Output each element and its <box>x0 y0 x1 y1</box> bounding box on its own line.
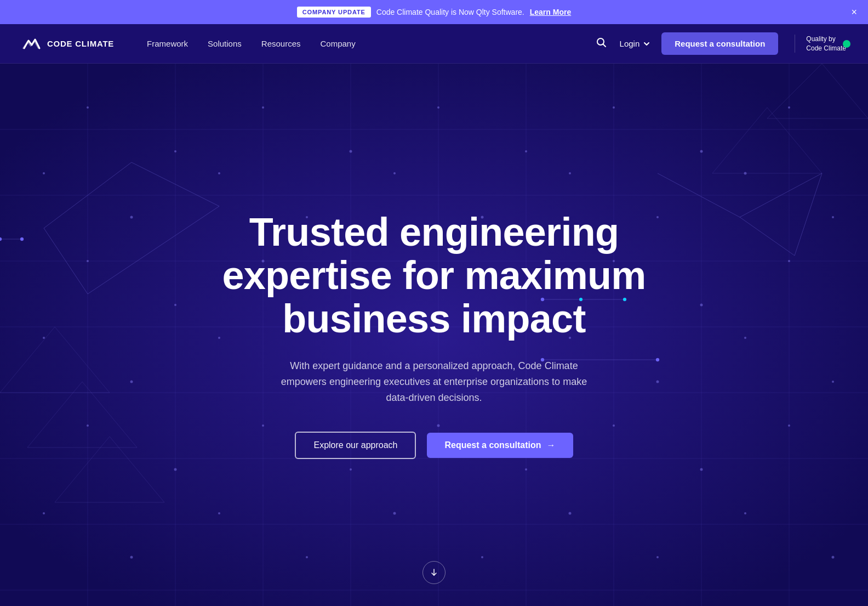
svg-point-74 <box>350 468 352 471</box>
svg-point-71 <box>87 424 89 427</box>
svg-point-38 <box>87 106 89 109</box>
svg-point-89 <box>832 556 835 559</box>
svg-point-56 <box>832 216 834 218</box>
svg-point-62 <box>788 260 790 262</box>
announcement-bar: COMPANY UPDATE Code Climate Quality is N… <box>0 0 868 24</box>
svg-point-42 <box>437 106 439 109</box>
hero-subtitle: With expert guidance and a personalized … <box>270 358 598 405</box>
nav-company[interactable]: Company <box>321 39 356 48</box>
quality-badge: Quality by Code Climate <box>795 35 846 53</box>
svg-point-39 <box>174 150 176 152</box>
hero-consultation-button[interactable]: Request a consultation → <box>427 433 573 458</box>
svg-point-81 <box>130 556 133 559</box>
svg-point-43 <box>525 150 527 152</box>
logo[interactable]: CODE CLIMATE <box>22 36 114 52</box>
search-button[interactable] <box>593 35 609 53</box>
login-button[interactable]: Login <box>620 39 651 48</box>
svg-point-61 <box>700 304 703 307</box>
quality-dot <box>843 40 850 48</box>
hero-buttons: Explore our approach Request a consultat… <box>187 432 681 459</box>
svg-point-53 <box>569 172 571 174</box>
svg-point-51 <box>393 172 396 174</box>
svg-point-45 <box>700 150 703 153</box>
svg-point-87 <box>656 556 659 558</box>
announcement-text: Code Climate Quality is Now Qlty Softwar… <box>376 8 524 16</box>
request-consultation-button[interactable]: Request a consultation <box>661 32 778 55</box>
hero-title: Trusted engineering expertise for maximu… <box>187 211 681 341</box>
nav-links: Framework Solutions Resources Company <box>147 39 593 48</box>
chevron-down-icon <box>643 40 650 48</box>
learn-more-link[interactable]: Learn More <box>530 8 571 16</box>
svg-point-83 <box>306 556 308 558</box>
svg-point-49 <box>218 172 220 174</box>
svg-point-57 <box>87 260 89 262</box>
explore-approach-button[interactable]: Explore our approach <box>295 432 416 459</box>
navbar: CODE CLIMATE Framework Solutions Resourc… <box>0 24 868 64</box>
announcement-close-button[interactable]: × <box>851 7 857 17</box>
svg-point-48 <box>130 216 133 219</box>
svg-point-72 <box>174 468 177 471</box>
nav-right: Login Request a consultation Quality by … <box>593 32 846 55</box>
svg-point-69 <box>744 337 746 339</box>
svg-point-78 <box>700 468 703 471</box>
hero-section: Trusted engineering expertise for maximu… <box>0 64 868 606</box>
hero-content: Trusted engineering expertise for maximu… <box>187 211 681 460</box>
svg-point-44 <box>613 106 615 109</box>
svg-point-88 <box>744 512 746 514</box>
svg-point-64 <box>130 381 133 383</box>
svg-point-46 <box>788 106 790 109</box>
svg-point-76 <box>525 468 527 471</box>
svg-point-86 <box>569 512 572 515</box>
search-icon <box>596 37 607 48</box>
nav-framework[interactable]: Framework <box>147 39 188 48</box>
svg-point-40 <box>262 106 264 109</box>
svg-line-1 <box>603 44 606 47</box>
svg-point-37 <box>20 237 24 241</box>
svg-point-63 <box>43 337 45 339</box>
svg-point-41 <box>350 150 352 153</box>
svg-point-84 <box>393 512 396 515</box>
svg-point-79 <box>788 424 790 427</box>
logo-icon <box>22 36 42 52</box>
arrow-icon: → <box>547 440 556 450</box>
nav-solutions[interactable]: Solutions <box>208 39 242 48</box>
nav-resources[interactable]: Resources <box>261 39 301 48</box>
arrow-down-icon <box>429 568 439 577</box>
svg-point-80 <box>43 512 45 514</box>
logo-text: CODE CLIMATE <box>47 39 114 48</box>
svg-point-82 <box>218 512 220 514</box>
svg-point-85 <box>481 556 483 558</box>
svg-point-36 <box>0 237 2 241</box>
svg-point-58 <box>174 304 176 306</box>
svg-point-70 <box>832 381 834 383</box>
scroll-down-button[interactable] <box>422 561 446 584</box>
announcement-badge: COMPANY UPDATE <box>297 7 371 18</box>
svg-point-47 <box>43 172 45 174</box>
